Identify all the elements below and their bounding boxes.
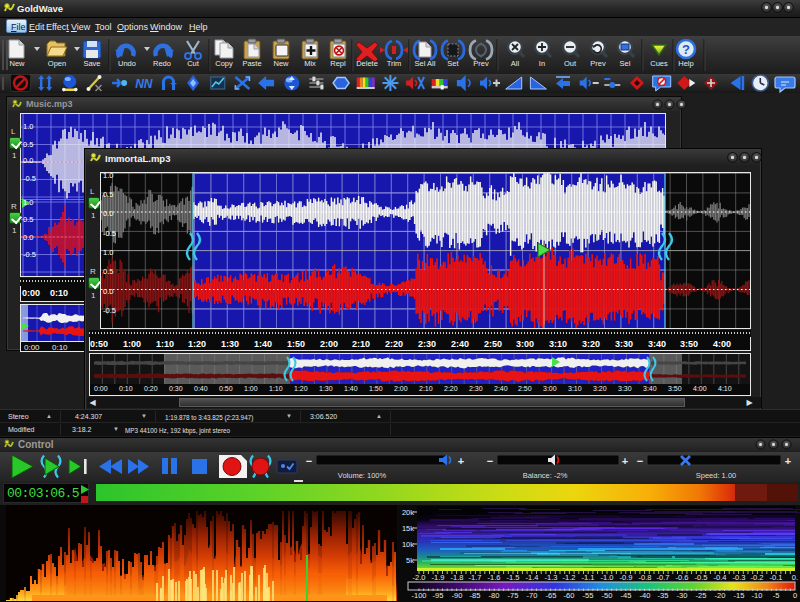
svg-text:-0.4: -0.4 (714, 573, 727, 582)
svg-text:Speed: 1.00: Speed: 1.00 (696, 471, 736, 480)
svg-text:-1.6: -1.6 (488, 573, 501, 582)
svg-text:−: − (637, 455, 643, 467)
svg-text:-1.0: -1.0 (601, 573, 614, 582)
svg-text:-45: -45 (621, 591, 632, 600)
svg-text:-0.6: -0.6 (676, 573, 689, 582)
svg-text:-100: -100 (411, 591, 426, 600)
svg-text:Sel All: Sel All (415, 59, 436, 68)
svg-text:Set: Set (447, 59, 459, 68)
svg-text:-60: -60 (564, 591, 575, 600)
svg-text:0: 0 (793, 591, 797, 600)
svg-text:-1.8: -1.8 (451, 573, 464, 582)
svg-text:Volume: 100%: Volume: 100% (338, 471, 387, 480)
svg-text:20k: 20k (402, 508, 414, 517)
svg-text:Cues: Cues (650, 59, 668, 68)
svg-text:-25: -25 (696, 591, 707, 600)
svg-text:-15: -15 (734, 591, 745, 600)
svg-text:15k: 15k (402, 524, 414, 533)
svg-text:-85: -85 (470, 591, 481, 600)
svg-text:Prev: Prev (590, 59, 606, 68)
svg-text:Paste: Paste (242, 59, 261, 68)
svg-text:Help: Help (678, 59, 693, 68)
svg-text:+: + (622, 455, 628, 467)
svg-text:Sel: Sel (620, 59, 631, 68)
svg-text:Redo: Redo (153, 59, 171, 68)
svg-text:-0.5: -0.5 (695, 573, 708, 582)
svg-text:In: In (539, 59, 545, 68)
svg-text:−: − (306, 455, 312, 467)
svg-text:-0.7: -0.7 (657, 573, 670, 582)
svg-text:Delete: Delete (356, 59, 378, 68)
svg-text:-0.3: -0.3 (733, 573, 746, 582)
svg-text:Save: Save (83, 59, 100, 68)
svg-text:-20: -20 (715, 591, 726, 600)
svg-text:Repl: Repl (330, 59, 346, 68)
svg-text:Undo: Undo (118, 59, 136, 68)
svg-text:+: + (458, 455, 464, 467)
svg-text:-70: -70 (527, 591, 538, 600)
svg-text:-0.2: -0.2 (751, 573, 764, 582)
svg-text:-55: -55 (583, 591, 594, 600)
svg-text:-40: -40 (640, 591, 651, 600)
svg-text:New: New (9, 59, 25, 68)
svg-text:Mix: Mix (304, 59, 316, 68)
svg-text:Balance: -2%: Balance: -2% (523, 471, 568, 480)
svg-text:-5: -5 (773, 591, 780, 600)
svg-text:Copy: Copy (215, 59, 233, 68)
svg-text:Cut: Cut (187, 59, 200, 68)
svg-text:All: All (511, 59, 520, 68)
svg-text:-35: -35 (658, 591, 669, 600)
svg-text:NN: NN (135, 77, 153, 91)
svg-text:-80: -80 (489, 591, 500, 600)
svg-text:-0.1: -0.1 (770, 573, 783, 582)
svg-text:Out: Out (564, 59, 577, 68)
svg-text:−: − (487, 455, 493, 467)
svg-text:-95: -95 (433, 591, 444, 600)
svg-text:-65: -65 (546, 591, 557, 600)
svg-text:-90: -90 (452, 591, 463, 600)
svg-text:-0.9: -0.9 (620, 573, 633, 582)
svg-text:-75: -75 (508, 591, 519, 600)
svg-text:-10: -10 (752, 591, 763, 600)
svg-text:New: New (273, 59, 289, 68)
svg-text:-1.2: -1.2 (563, 573, 576, 582)
svg-text:-30: -30 (677, 591, 688, 600)
svg-text:Open: Open (48, 59, 66, 68)
svg-text:-50: -50 (602, 591, 613, 600)
svg-text:Trim: Trim (387, 59, 402, 68)
svg-text:-1.5: -1.5 (507, 573, 520, 582)
svg-text:Prev: Prev (473, 59, 489, 68)
svg-text:-1.3: -1.3 (545, 573, 558, 582)
svg-text:-1.1: -1.1 (582, 573, 595, 582)
svg-text:-1.4: -1.4 (526, 573, 539, 582)
svg-text:-1.7: -1.7 (469, 573, 482, 582)
svg-text:-1.9: -1.9 (432, 573, 445, 582)
svg-text:+: + (785, 455, 791, 467)
svg-text:-0.8: -0.8 (639, 573, 652, 582)
svg-text:-2.0: -2.0 (413, 573, 426, 582)
svg-text:10k: 10k (402, 540, 414, 549)
svg-text:?: ? (682, 42, 690, 57)
svg-text:0.: 0. (792, 573, 798, 582)
